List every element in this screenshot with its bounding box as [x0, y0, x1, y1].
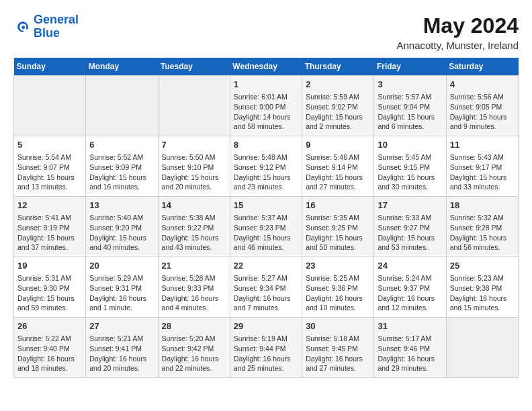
day-info: Daylight: 15 hours — [378, 233, 442, 243]
day-info: and 25 minutes. — [234, 363, 298, 373]
calendar-cell: 2Sunrise: 5:59 AMSunset: 9:02 PMDaylight… — [302, 76, 374, 136]
calendar-cell: 28Sunrise: 5:20 AMSunset: 9:42 PMDayligh… — [158, 318, 230, 378]
day-info: and 37 minutes. — [17, 242, 82, 253]
day-info: Sunrise: 5:31 AM — [17, 273, 82, 283]
day-info: Sunrise: 5:59 AM — [306, 92, 370, 102]
calendar-cell: 5Sunrise: 5:54 AMSunset: 9:07 PMDaylight… — [14, 136, 86, 197]
day-header: Sunday — [14, 58, 86, 76]
calendar-cell: 11Sunrise: 5:43 AMSunset: 9:17 PMDayligh… — [446, 136, 518, 197]
calendar-week-row: 5Sunrise: 5:54 AMSunset: 9:07 PMDaylight… — [14, 136, 519, 197]
calendar-cell: 29Sunrise: 5:19 AMSunset: 9:44 PMDayligh… — [230, 318, 302, 378]
day-info: Sunset: 9:42 PM — [162, 344, 226, 354]
day-info: and 7 minutes. — [234, 303, 298, 313]
day-info: Sunset: 9:37 PM — [378, 283, 442, 293]
day-info: Sunset: 9:22 PM — [162, 223, 226, 233]
calendar-cell: 19Sunrise: 5:31 AMSunset: 9:30 PMDayligh… — [14, 257, 86, 318]
calendar-cell: 9Sunrise: 5:46 AMSunset: 9:14 PMDaylight… — [302, 136, 374, 197]
day-info: Sunset: 9:33 PM — [162, 283, 226, 293]
day-info: Daylight: 16 hours — [306, 293, 370, 304]
calendar-table: SundayMondayTuesdayWednesdayThursdayFrid… — [13, 58, 519, 378]
day-info: Sunset: 9:17 PM — [450, 163, 515, 173]
day-info: and 10 minutes. — [306, 303, 370, 313]
calendar-cell: 1Sunrise: 6:01 AMSunset: 9:00 PMDaylight… — [230, 76, 302, 136]
day-info: Daylight: 15 hours — [89, 173, 154, 183]
day-number: 10 — [378, 139, 442, 151]
day-info: Sunrise: 5:54 AM — [17, 152, 82, 163]
main-title: May 2024 — [397, 13, 519, 38]
day-info: Sunset: 9:36 PM — [306, 283, 370, 293]
calendar-cell: 20Sunrise: 5:29 AMSunset: 9:31 PMDayligh… — [86, 257, 158, 318]
day-info: Sunrise: 5:18 AM — [306, 334, 370, 344]
day-info: Sunrise: 5:28 AM — [162, 273, 226, 283]
day-info: and 20 minutes. — [89, 363, 154, 373]
day-number: 8 — [234, 139, 298, 151]
day-info: Sunset: 9:27 PM — [378, 223, 442, 233]
day-number: 22 — [234, 260, 298, 272]
day-info: Sunset: 9:00 PM — [234, 102, 298, 112]
day-info: Sunrise: 5:45 AM — [378, 152, 442, 163]
day-info: Sunset: 9:25 PM — [306, 223, 370, 233]
day-info: Sunrise: 5:35 AM — [306, 213, 370, 223]
calendar-cell: 25Sunrise: 5:23 AMSunset: 9:38 PMDayligh… — [446, 257, 518, 318]
day-info: Daylight: 15 hours — [306, 233, 370, 243]
subtitle: Annacotty, Munster, Ireland — [397, 40, 519, 51]
day-number: 20 — [89, 260, 154, 272]
calendar-cell — [14, 76, 86, 136]
day-info: Sunrise: 5:37 AM — [234, 213, 298, 223]
day-info: Sunset: 9:38 PM — [450, 283, 515, 293]
day-info: Sunrise: 5:21 AM — [89, 334, 154, 344]
day-info: Daylight: 15 hours — [450, 112, 515, 122]
day-info: Sunrise: 5:52 AM — [89, 152, 154, 163]
day-number: 4 — [450, 79, 515, 91]
day-number: 11 — [450, 139, 515, 151]
calendar-cell — [158, 76, 230, 136]
day-info: Daylight: 16 hours — [162, 293, 226, 304]
day-info: Sunrise: 5:33 AM — [378, 213, 442, 223]
day-info: Sunset: 9:09 PM — [89, 163, 154, 173]
day-info: Sunrise: 5:20 AM — [162, 334, 226, 344]
day-info: Sunrise: 6:01 AM — [234, 92, 298, 102]
calendar-cell: 24Sunrise: 5:24 AMSunset: 9:37 PMDayligh… — [374, 257, 446, 318]
logo-text: GeneralBlue — [34, 13, 79, 40]
day-header: Friday — [374, 58, 446, 76]
day-info: Daylight: 15 hours — [450, 173, 515, 183]
day-info: Sunset: 9:14 PM — [306, 163, 370, 173]
calendar-week-row: 26Sunrise: 5:22 AMSunset: 9:40 PMDayligh… — [14, 318, 519, 378]
calendar-cell: 15Sunrise: 5:37 AMSunset: 9:23 PMDayligh… — [230, 197, 302, 257]
day-info: Sunset: 9:23 PM — [234, 223, 298, 233]
day-info: Daylight: 15 hours — [378, 112, 442, 122]
day-info: Daylight: 16 hours — [234, 354, 298, 364]
day-info: Sunset: 9:34 PM — [234, 283, 298, 293]
day-info: and 1 minute. — [89, 303, 154, 313]
day-number: 25 — [450, 260, 515, 272]
day-info: Sunset: 9:07 PM — [17, 163, 82, 173]
day-info: Daylight: 15 hours — [89, 233, 154, 243]
day-info: Sunset: 9:12 PM — [234, 163, 298, 173]
calendar-cell: 4Sunrise: 5:56 AMSunset: 9:05 PMDaylight… — [446, 76, 518, 136]
day-number: 27 — [89, 320, 154, 332]
day-info: and 9 minutes. — [450, 122, 515, 132]
day-info: Sunrise: 5:46 AM — [306, 152, 370, 163]
day-number: 26 — [17, 320, 82, 332]
day-number: 30 — [306, 320, 370, 332]
day-info: and 12 minutes. — [378, 303, 442, 313]
day-info: and 40 minutes. — [89, 242, 154, 253]
day-number: 23 — [306, 260, 370, 272]
day-info: Sunrise: 5:50 AM — [162, 152, 226, 163]
calendar-cell: 3Sunrise: 5:57 AMSunset: 9:04 PMDaylight… — [374, 76, 446, 136]
day-info: Sunrise: 5:29 AM — [89, 273, 154, 283]
day-info: and 50 minutes. — [306, 242, 370, 253]
day-info: Sunset: 9:20 PM — [89, 223, 154, 233]
day-info: Daylight: 15 hours — [17, 173, 82, 183]
day-info: Sunset: 9:40 PM — [17, 344, 82, 354]
day-number: 17 — [378, 199, 442, 212]
day-info: Sunset: 9:19 PM — [17, 223, 82, 233]
day-info: Daylight: 14 hours — [234, 112, 298, 122]
day-number: 16 — [306, 199, 370, 212]
day-number: 31 — [378, 320, 442, 332]
day-info: and 22 minutes. — [162, 363, 226, 373]
day-info: and 18 minutes. — [17, 363, 82, 373]
calendar-cell: 13Sunrise: 5:40 AMSunset: 9:20 PMDayligh… — [86, 197, 158, 257]
day-header: Saturday — [446, 58, 518, 76]
day-info: and 27 minutes. — [306, 182, 370, 192]
